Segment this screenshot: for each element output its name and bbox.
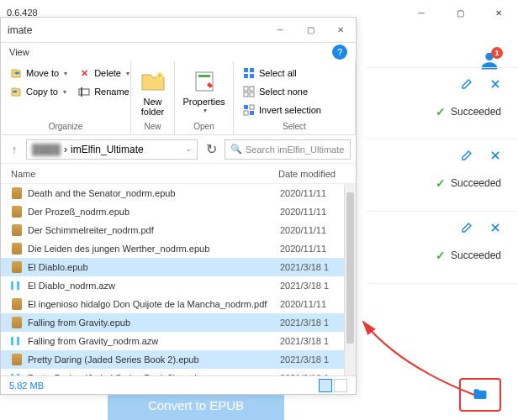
remove-icon[interactable]: [489, 150, 501, 166]
svg-rect-9: [250, 74, 254, 78]
rename-button[interactable]: Rename: [74, 83, 133, 100]
list-header: Name Date modified: [1, 164, 356, 184]
address-bar: ↑ ████ › imElfin_Ultimate ⌄ ↻ 🔍 Search i…: [1, 135, 356, 164]
svg-rect-15: [250, 105, 254, 109]
file-list: Death and the Senator_nodrm.epub2020/11/…: [1, 184, 356, 375]
ribbon-group-new: New folder New: [131, 61, 175, 134]
file-date: 2021/3/18 1: [280, 354, 346, 365]
ribbon-group-open: Properties▾ Open: [175, 61, 234, 134]
ribbon-group-label: Open: [180, 120, 228, 131]
svg-rect-1: [79, 89, 89, 95]
selection-size: 5.82 MB: [9, 381, 44, 391]
check-icon: ✓: [436, 176, 446, 190]
move-to-button[interactable]: Move to▾: [6, 65, 71, 81]
details-view-button[interactable]: [319, 379, 332, 392]
chevron-down-icon[interactable]: ⌄: [186, 145, 192, 153]
ribbon-group-select: Select all Select none Invert selection …: [234, 61, 356, 134]
column-name[interactable]: Name: [11, 169, 278, 179]
svg-rect-12: [244, 92, 248, 97]
scrollbar[interactable]: [344, 184, 356, 375]
file-name: El Diablo.epub: [28, 262, 275, 272]
output-folder-button[interactable]: [459, 378, 501, 412]
file-row[interactable]: El ingenioso hidalgo Don Quijote de la M…: [1, 295, 356, 313]
minimize-button[interactable]: ─: [402, 0, 441, 25]
new-folder-button[interactable]: New folder: [136, 65, 169, 120]
file-date: 2020/11/11: [280, 299, 346, 309]
file-date: 2021/3/18 1: [280, 281, 346, 291]
explorer-close-button[interactable]: ✕: [325, 18, 356, 43]
status-row: ✓Succeeded: [367, 67, 518, 139]
ribbon-group-label: Organize: [6, 120, 125, 131]
properties-button[interactable]: Properties▾: [180, 65, 228, 118]
select-none-button[interactable]: Select none: [239, 83, 350, 100]
edit-icon[interactable]: [459, 222, 473, 239]
ribbon-group-organize: Move to▾ Copy to▾ ✕Delete▾ Rename Organi…: [1, 61, 131, 134]
explorer-title: imate: [1, 24, 32, 36]
file-date: 2021/3/18 1: [280, 318, 346, 328]
explorer-titlebar: imate ─ ▢ ✕: [1, 18, 356, 43]
file-date: 2020/11/11: [280, 244, 346, 254]
epub-icon: [11, 317, 23, 328]
file-name: Falling from Gravity_nodrm.azw: [28, 336, 275, 346]
file-name: Falling from Gravity.epub: [28, 318, 275, 328]
file-row[interactable]: Falling from Gravity_nodrm.azw2021/3/18 …: [1, 332, 356, 350]
maximize-button[interactable]: ▢: [441, 0, 479, 25]
file-name: Death and the Senator_nodrm.epub: [28, 188, 275, 198]
status-column: ✓Succeeded ✓Succeeded ✓Succeeded: [367, 67, 518, 284]
file-name: El ingenioso hidalgo Don Quijote de la M…: [28, 299, 275, 309]
azw-icon: [11, 335, 23, 347]
remove-icon[interactable]: [489, 78, 501, 95]
delete-button[interactable]: ✕Delete▾: [74, 65, 133, 81]
column-date[interactable]: Date modified: [278, 169, 346, 179]
edit-icon[interactable]: [459, 150, 473, 166]
svg-rect-13: [250, 92, 254, 97]
search-input[interactable]: 🔍 Search imElfin_Ultimate: [225, 139, 351, 160]
file-row[interactable]: Falling from Gravity.epub2021/3/18 1: [1, 313, 356, 332]
file-date: 2021/3/18 1: [280, 262, 346, 272]
status-text: Succeeded: [451, 177, 501, 189]
breadcrumb-segment[interactable]: imElfin_Ultimate: [71, 144, 144, 155]
breadcrumb[interactable]: ████ › imElfin_Ultimate ⌄: [26, 139, 198, 160]
file-name: Der Schimmelreiter_nodrm.pdf: [28, 225, 275, 235]
refresh-icon[interactable]: ↻: [201, 139, 221, 160]
svg-rect-10: [244, 87, 248, 91]
invert-selection-button[interactable]: Invert selection: [239, 102, 350, 118]
file-row[interactable]: Pretty Daring (Jaded Series Book 2)_nodr…: [1, 369, 356, 375]
explorer-maximize-button[interactable]: ▢: [295, 18, 325, 43]
status-row: ✓Succeeded: [367, 212, 518, 284]
file-row[interactable]: El Diablo.epub2021/3/18 1: [1, 258, 356, 276]
notification-badge: 1: [491, 47, 503, 59]
remove-icon[interactable]: [489, 222, 501, 239]
search-placeholder: Search imElfin_Ultimate: [246, 144, 344, 155]
scrollbar-thumb[interactable]: [346, 192, 354, 344]
file-row[interactable]: Die Leiden des jungen Werther_nodrm.epub…: [1, 239, 356, 258]
icons-view-button[interactable]: [334, 379, 347, 392]
explorer-menubar: View ?: [1, 43, 356, 61]
file-row[interactable]: Death and the Senator_nodrm.epub2020/11/…: [1, 184, 356, 202]
epub-icon: [11, 187, 23, 199]
file-date: 2021/3/18 1: [280, 373, 346, 375]
nav-up-icon[interactable]: ↑: [6, 141, 23, 158]
status-bar: 5.82 MB: [1, 375, 356, 394]
epub-icon: [11, 243, 23, 255]
close-button[interactable]: ✕: [479, 0, 518, 25]
convert-label: Convert to EPUB: [148, 398, 244, 412]
edit-icon[interactable]: [459, 78, 473, 95]
file-row[interactable]: Der Schimmelreiter_nodrm.pdf2020/11/11: [1, 221, 356, 239]
select-all-button[interactable]: Select all: [239, 65, 350, 81]
file-row[interactable]: Der Prozeß_nodrm.epub2020/11/11: [1, 202, 356, 221]
copy-to-button[interactable]: Copy to▾: [6, 83, 71, 100]
view-menu[interactable]: View: [9, 47, 29, 57]
status-text: Succeeded: [451, 106, 501, 118]
svg-rect-7: [250, 68, 254, 72]
file-date: 2020/11/11: [280, 225, 346, 235]
check-icon: ✓: [436, 105, 446, 118]
search-icon: 🔍: [230, 144, 242, 155]
epub-icon: [11, 354, 23, 365]
file-row[interactable]: Pretty Daring (Jaded Series Book 2).epub…: [1, 350, 356, 369]
file-name: El Diablo_nodrm.azw: [28, 281, 275, 291]
help-icon[interactable]: ?: [332, 45, 347, 60]
explorer-minimize-button[interactable]: ─: [265, 18, 295, 43]
file-row[interactable]: El Diablo_nodrm.azw2021/3/18 1: [1, 276, 356, 295]
pdf-icon: [11, 298, 23, 310]
